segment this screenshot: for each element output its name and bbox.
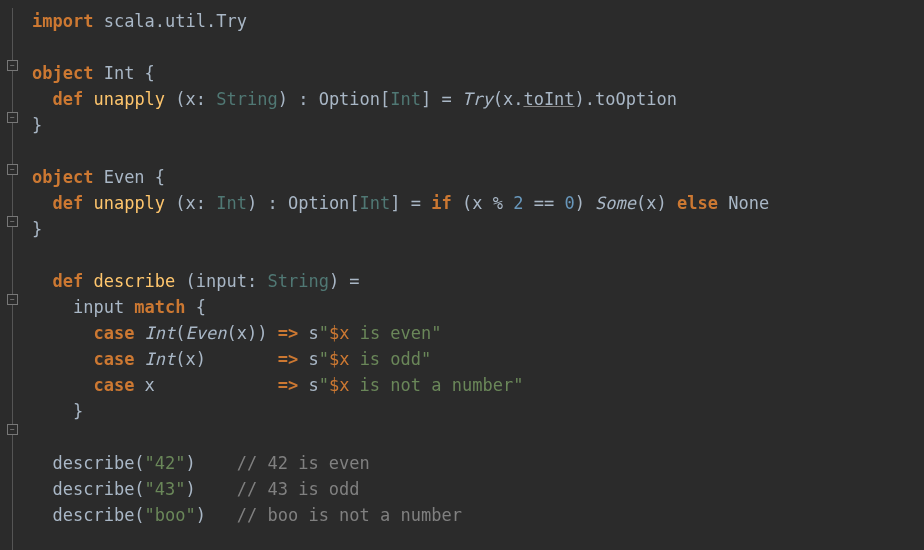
string: ": [319, 375, 329, 395]
call: describe(: [52, 479, 144, 499]
pattern: Int: [134, 323, 175, 343]
call: ).toOption: [575, 89, 677, 109]
code-editor[interactable]: − − − − − − import scala.util.Try object…: [0, 0, 924, 550]
code-line: def unapply (x: String) : Option[Int] = …: [32, 89, 677, 109]
code-line: case Int(Even(x)) => s"$x is even": [32, 323, 442, 343]
string: is not a number: [349, 375, 513, 395]
paren: (x)): [227, 323, 278, 343]
sig: ] =: [421, 89, 462, 109]
pattern: Even: [186, 323, 227, 343]
s-prefix: s: [298, 375, 318, 395]
brace: {: [155, 167, 165, 187]
code-line: input match {: [32, 297, 206, 317]
brace: }: [32, 115, 42, 135]
string: "42": [145, 453, 186, 473]
brace: }: [32, 219, 42, 239]
some-call: Some: [595, 193, 636, 213]
type-int: Int: [216, 193, 247, 213]
sig: ] =: [390, 193, 431, 213]
string: ": [513, 375, 523, 395]
interpolation: $x: [329, 375, 349, 395]
keyword-def: def: [52, 89, 83, 109]
call: describe(: [52, 453, 144, 473]
paren: (x): [175, 349, 277, 369]
number: 0: [564, 193, 574, 213]
sig: ) : Option[: [278, 89, 391, 109]
arrow: =>: [278, 349, 298, 369]
string: "43": [145, 479, 186, 499]
paren: (x:: [175, 193, 216, 213]
fold-line: [12, 8, 13, 550]
pattern: Int: [134, 349, 175, 369]
expr: input: [32, 297, 134, 317]
brace: {: [186, 297, 206, 317]
package-path: scala.util.Try: [93, 11, 247, 31]
keyword-match: match: [134, 297, 185, 317]
code-line: case Int(x) => s"$x is odd": [32, 349, 431, 369]
paren: ): [196, 505, 237, 525]
gutter: − − − − − −: [0, 0, 24, 550]
code-line: }: [32, 219, 42, 239]
code-area[interactable]: import scala.util.Try object Int { def u…: [24, 0, 769, 550]
code-line: describe("42") // 42 is even: [32, 453, 370, 473]
try-call: Try: [462, 89, 493, 109]
fold-marker[interactable]: −: [7, 112, 18, 123]
paren: (: [175, 323, 185, 343]
fold-marker[interactable]: −: [7, 164, 18, 175]
keyword-case: case: [93, 349, 134, 369]
type-int: Int: [390, 89, 421, 109]
s-prefix: s: [298, 349, 318, 369]
type-string: String: [216, 89, 277, 109]
code-line: def describe (input: String) =: [32, 271, 360, 291]
call: (x.: [493, 89, 524, 109]
toint-call: toInt: [523, 89, 574, 109]
string: is even: [349, 323, 431, 343]
expr: ): [575, 193, 595, 213]
keyword-case: case: [93, 323, 134, 343]
fold-marker[interactable]: −: [7, 424, 18, 435]
expr: (x %: [452, 193, 513, 213]
object-name: Even: [93, 167, 154, 187]
paren: (input:: [186, 271, 268, 291]
code-line: object Even {: [32, 167, 165, 187]
arrow: =>: [278, 375, 298, 395]
object-name: Int: [93, 63, 144, 83]
code-line: }: [32, 115, 42, 135]
keyword-object: object: [32, 63, 93, 83]
interpolation: $x: [329, 349, 349, 369]
fold-marker[interactable]: −: [7, 216, 18, 227]
method-name: unapply: [83, 89, 175, 109]
number: 2: [513, 193, 523, 213]
brace: }: [32, 401, 83, 421]
keyword-case: case: [93, 375, 134, 395]
string: ": [319, 323, 329, 343]
op: ==: [523, 193, 564, 213]
s-prefix: s: [298, 323, 318, 343]
arrow: =>: [278, 323, 298, 343]
code-line: case x => s"$x is not a number": [32, 375, 523, 395]
code-line: describe("43") // 43 is odd: [32, 479, 360, 499]
sig: ) =: [329, 271, 360, 291]
code-line: describe("boo") // boo is not a number: [32, 505, 462, 525]
keyword-import: import: [32, 11, 93, 31]
none: None: [718, 193, 769, 213]
keyword-def: def: [52, 193, 83, 213]
fold-marker[interactable]: −: [7, 294, 18, 305]
code-line: import scala.util.Try: [32, 11, 247, 31]
code-line: def unapply (x: Int) : Option[Int] = if …: [32, 193, 769, 213]
paren: ): [186, 453, 237, 473]
comment: // 42 is even: [237, 453, 370, 473]
code-line: }: [32, 401, 83, 421]
call: describe(: [52, 505, 144, 525]
expr: (x): [636, 193, 677, 213]
comment: // boo is not a number: [237, 505, 462, 525]
string: ": [431, 323, 441, 343]
sig: ) : Option[: [247, 193, 360, 213]
string: is odd: [349, 349, 421, 369]
keyword-object: object: [32, 167, 93, 187]
method-name: describe: [83, 271, 185, 291]
type-string: String: [267, 271, 328, 291]
pattern: x: [134, 375, 277, 395]
fold-marker[interactable]: −: [7, 60, 18, 71]
method-name: unapply: [83, 193, 175, 213]
